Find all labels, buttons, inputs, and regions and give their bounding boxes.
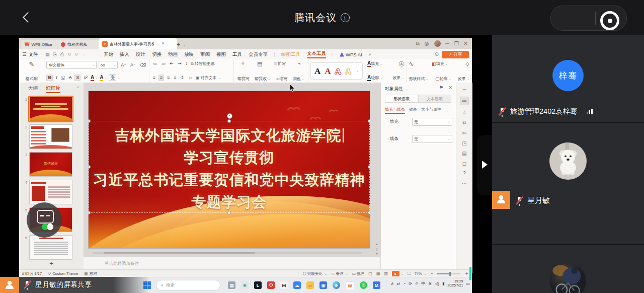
bold-button[interactable]: B — [46, 75, 53, 81]
mic-tray-icon[interactable]: ⌯ — [415, 281, 418, 286]
text-options-tab[interactable]: 文本选项 — [418, 95, 451, 103]
battery-tray-icon[interactable]: ▮ — [442, 281, 444, 286]
close-window-icon[interactable]: ✕ — [464, 41, 468, 46]
tab-home[interactable]: 开始 — [104, 51, 113, 58]
library-icon[interactable]: ◻ — [462, 161, 466, 166]
resize-handle-sw[interactable] — [89, 211, 91, 214]
taskbar-search[interactable]: ⌕ 搜索 — [156, 280, 220, 290]
save-icon[interactable]: ▤ — [45, 52, 50, 57]
proofing-button[interactable]: ▦校对 — [84, 271, 97, 276]
ai-condense-label[interactable]: ＝缩写 — [275, 77, 287, 81]
play-slideshow-button[interactable]: ▶⌄ — [392, 271, 404, 276]
new-tab-button[interactable]: + ⌄ — [173, 40, 192, 49]
tab-text-tools[interactable]: 文本工具 — [307, 50, 326, 58]
restore-icon[interactable]: ❐ — [454, 41, 459, 46]
bullet-list-icon[interactable]: ≔ — [151, 61, 158, 66]
volume-tray-icon[interactable]: ◁) — [435, 281, 439, 286]
export-icon[interactable]: ⎘ — [53, 52, 57, 57]
participant-tile-3[interactable]: 旅游管理2301韩冰凝 — [492, 245, 644, 293]
taskbar-clock[interactable]: 19:29 2025/7/21 — [447, 279, 463, 287]
tab-docer-templates[interactable]: 找稻壳模板 — [57, 40, 103, 49]
text-fill-button[interactable]: A填充⌄ — [367, 61, 382, 67]
ai-write-label[interactable]: 帮我写 — [237, 77, 250, 81]
align-right-icon[interactable]: ≡ — [166, 75, 171, 81]
shape-style-button[interactable]: 形状样式⌄ — [409, 77, 429, 81]
resize-handle-n[interactable] — [227, 119, 231, 123]
fill-line-subtab[interactable]: 填充与线条 — [385, 107, 405, 114]
floating-annotation-button[interactable] — [27, 202, 62, 238]
numbered-list-icon[interactable]: ≕ — [160, 61, 167, 66]
store-app-icon[interactable]: ▣ — [319, 281, 327, 289]
text-effect-icon[interactable]: Ⓐ — [399, 61, 405, 67]
media-app-icon[interactable]: ⏻ — [267, 281, 275, 289]
tab-insert[interactable]: 插入 — [120, 51, 129, 58]
assets-icon[interactable]: ◳ — [462, 140, 466, 146]
line-spacing-icon[interactable]: ↕ — [185, 61, 189, 66]
tab-wps-home[interactable]: W WPS Office — [21, 40, 61, 49]
tab-wps-ai[interactable]: WPS AI — [340, 52, 362, 57]
font-name-select[interactable]: 华文楷体⌄ — [46, 61, 96, 69]
print-icon[interactable]: ⎙ — [60, 52, 64, 57]
shape-effect-icon[interactable]: ◇ — [465, 61, 469, 66]
layers-icon[interactable]: ⧉ — [462, 120, 466, 126]
slide-thumbnail-1[interactable] — [29, 97, 72, 121]
chevron-down-icon[interactable]: ⌄ — [83, 53, 86, 56]
cloud-upload-icon[interactable]: ⊙ — [435, 52, 439, 57]
line-value-select[interactable]: 无⌄ — [412, 135, 452, 143]
wechat-app-icon[interactable]: ✆ — [360, 281, 367, 289]
notes-button[interactable]: ≔备注⌄ — [331, 271, 348, 276]
ai-write-icon[interactable]: ✧ — [240, 61, 245, 66]
participant-tile-1[interactable]: 梓骞 旅游管理2402袁梓骞 — [492, 35, 644, 122]
resize-handle-nw[interactable] — [89, 119, 91, 123]
collapse-strip-icon[interactable]: ─ — [462, 87, 466, 92]
highlight-color-button[interactable]: A⌄ — [100, 75, 107, 81]
tab-active-document[interactable]: P 吉林外国语大学-学习贯彻习... ▭ ✕ — [99, 38, 177, 49]
ai-expand-button[interactable]: ≡扩写 — [274, 61, 286, 66]
slides-tab[interactable]: 幻灯片 — [46, 85, 60, 93]
shape-fill-button[interactable]: ◧填充⌄ — [432, 62, 448, 66]
tab-view[interactable]: 视图 — [216, 51, 226, 58]
thumbnail-row[interactable]: 3 贺信背景 — [19, 152, 84, 177]
tab-draw-tools[interactable]: 绘图工具 — [281, 51, 300, 58]
update-tray-icon[interactable]: ⟳ — [409, 281, 412, 286]
zoom-in-icon[interactable]: ＋ — [464, 271, 469, 276]
shape-effect-button[interactable]: 效果⌄ — [458, 77, 469, 81]
smart-beautify-button[interactable]: ⬡智能美化⌄ — [303, 271, 327, 276]
strikethrough-button[interactable]: A — [67, 75, 72, 81]
horizontal-scrollbar[interactable] — [93, 252, 362, 254]
vertical-scroll-buttons[interactable]: ▲ ▯ ▼ — [375, 243, 378, 255]
align-center-icon[interactable]: ≡ — [158, 75, 164, 81]
cut-tool-icon[interactable]: ✄ — [462, 130, 466, 136]
gallery-more-icon[interactable]: ⌄ — [356, 69, 359, 72]
slide-thumbnail-4[interactable] — [29, 180, 72, 204]
scroll-down-icon[interactable]: ▼ — [375, 252, 378, 255]
clear-format-icon[interactable]: ⌫ — [139, 62, 147, 68]
scrollbar-thumb[interactable] — [104, 252, 255, 254]
align-text-button[interactable]: ▣ 对齐文本⌄ — [196, 76, 221, 80]
properties-header[interactable]: 对象属性 ⌄ — [385, 86, 408, 92]
tray-expand-icon[interactable]: ∧ — [391, 281, 394, 286]
photos-app-icon[interactable]: ▦ — [228, 281, 235, 289]
shape-style-icon[interactable]: ∿ — [409, 61, 414, 67]
tab-review[interactable]: 审阅 — [200, 51, 210, 58]
scroll-up-icon[interactable]: ▲ — [375, 243, 378, 246]
help-icon[interactable]: ? — [463, 171, 466, 176]
italic-button[interactable]: I — [55, 75, 58, 81]
thumbnail-row[interactable]: 2 — [19, 124, 84, 149]
folder-icon[interactable]: ▱ — [306, 281, 314, 289]
panel-expand-button[interactable] — [477, 135, 492, 195]
files-app-icon[interactable]: L — [254, 281, 262, 289]
minimize-icon[interactable]: ─ — [446, 41, 449, 46]
tab-slideshow[interactable]: 放映 — [184, 51, 194, 58]
outline-tab[interactable]: 大纲 — [28, 85, 38, 93]
ai-edit-label[interactable]: 帮我改⌄ — [255, 77, 270, 81]
music-app-icon[interactable]: ⋈ — [280, 281, 288, 289]
more-icon[interactable]: ⋯ — [462, 181, 467, 186]
resize-handle-e[interactable] — [368, 165, 370, 169]
cloud-app-icon[interactable]: ☁ — [293, 281, 301, 289]
record-indicator-icon[interactable] — [600, 11, 619, 30]
share-button[interactable]: ↗ 分享 — [442, 51, 469, 58]
ime-indicator[interactable]: 中 — [421, 281, 425, 286]
rotate-handle[interactable] — [227, 113, 232, 119]
effects-subtab[interactable]: 效果 — [409, 107, 417, 114]
